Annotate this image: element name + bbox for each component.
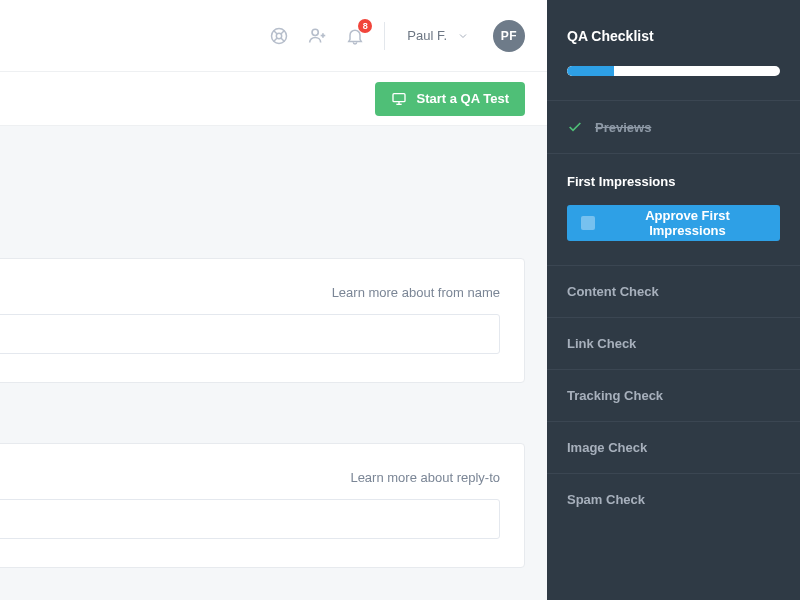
svg-point-6 — [312, 29, 318, 35]
svg-line-5 — [281, 37, 285, 41]
qa-sidebar: QA Checklist Previews First Impressions … — [547, 0, 800, 600]
sidebar-item-label: Previews — [595, 120, 651, 135]
start-qa-button[interactable]: Start a QA Test — [375, 82, 525, 116]
svg-line-4 — [274, 37, 278, 41]
sidebar-item-label: Content Check — [567, 284, 659, 299]
avatar[interactable]: PF — [493, 20, 525, 52]
notification-badge: 8 — [358, 19, 372, 33]
from-name-hint[interactable]: Learn more about from name — [0, 259, 524, 314]
checkbox-icon — [581, 216, 595, 230]
start-qa-label: Start a QA Test — [417, 91, 509, 106]
action-bar: Start a QA Test — [0, 72, 547, 126]
svg-rect-9 — [393, 93, 405, 101]
approve-label: Approve First Impressions — [609, 208, 766, 238]
approve-first-impressions-button[interactable]: Approve First Impressions — [567, 205, 780, 241]
notifications-icon[interactable]: 8 — [344, 25, 366, 47]
sidebar-section-title: First Impressions — [567, 174, 780, 189]
sidebar-item-tracking-check[interactable]: Tracking Check — [547, 369, 800, 421]
sidebar-item-label: Tracking Check — [567, 388, 663, 403]
chevron-down-icon — [457, 30, 469, 42]
add-user-icon[interactable] — [306, 25, 328, 47]
sidebar-item-content-check[interactable]: Content Check — [547, 265, 800, 317]
reply-to-card: Learn more about reply-to — [0, 443, 525, 568]
progress-bar — [547, 66, 800, 100]
divider — [384, 22, 385, 50]
user-menu[interactable]: Paul F. — [407, 28, 469, 43]
user-name: Paul F. — [407, 28, 447, 43]
from-name-input[interactable] — [0, 314, 500, 354]
sidebar-item-image-check[interactable]: Image Check — [547, 421, 800, 473]
sidebar-item-label: Link Check — [567, 336, 636, 351]
reply-to-input[interactable] — [0, 499, 500, 539]
check-icon — [567, 119, 583, 135]
sidebar-item-label: Image Check — [567, 440, 647, 455]
content-area: Learn more about from name Learn more ab… — [0, 126, 547, 600]
sidebar-item-label: Spam Check — [567, 492, 645, 507]
sidebar-title: QA Checklist — [547, 0, 800, 66]
help-icon[interactable] — [268, 25, 290, 47]
sidebar-section-first-impressions: First Impressions Approve First Impressi… — [547, 153, 800, 265]
monitor-icon — [391, 91, 407, 107]
sidebar-item-previews[interactable]: Previews — [547, 100, 800, 153]
svg-point-1 — [277, 33, 282, 38]
sidebar-item-spam-check[interactable]: Spam Check — [547, 473, 800, 525]
svg-line-3 — [281, 30, 285, 33]
svg-line-2 — [274, 30, 278, 33]
reply-to-hint[interactable]: Learn more about reply-to — [0, 444, 524, 499]
top-bar: 8 Paul F. PF — [0, 0, 547, 72]
from-name-card: Learn more about from name — [0, 258, 525, 383]
sidebar-item-link-check[interactable]: Link Check — [547, 317, 800, 369]
